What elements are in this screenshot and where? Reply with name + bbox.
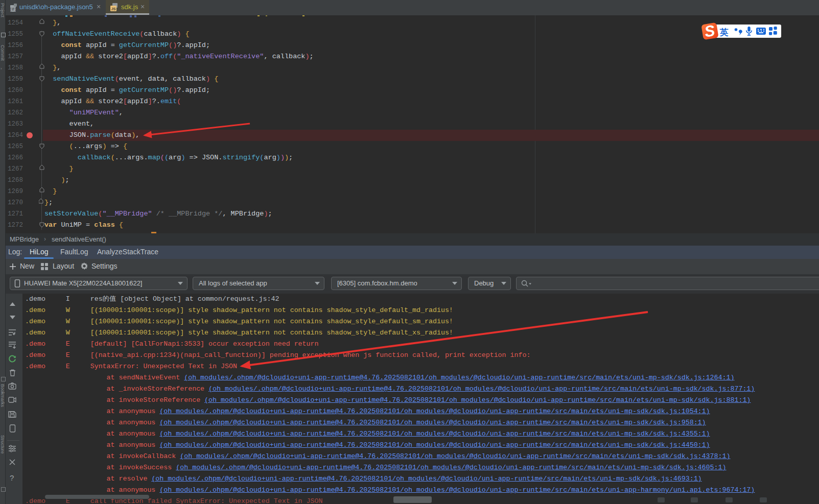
- svg-text:{@}: {@}: [10, 7, 17, 11]
- svg-text:JS: JS: [111, 7, 115, 11]
